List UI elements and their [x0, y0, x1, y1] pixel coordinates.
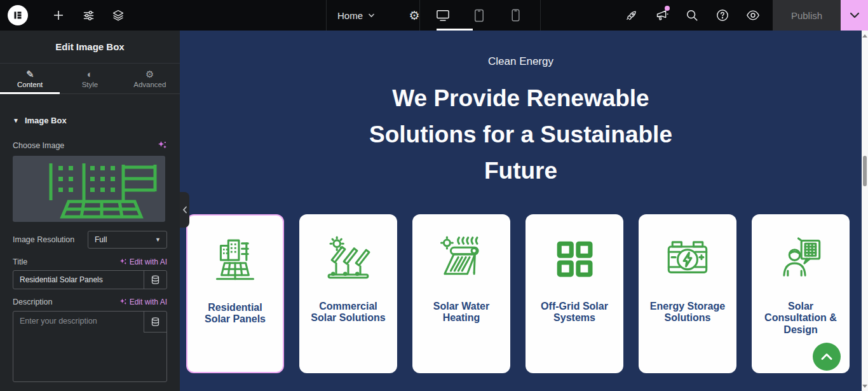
scroll-to-top-button[interactable] — [813, 343, 841, 371]
scrollbar-down-arrow[interactable] — [862, 382, 868, 390]
image-thumbnail-preview[interactable] — [13, 156, 165, 222]
description-label: Description — [13, 298, 53, 306]
dynamic-tags-button[interactable] — [144, 312, 166, 333]
megaphone-icon — [655, 9, 668, 22]
image-resolution-select[interactable]: Full ▼ — [88, 231, 167, 249]
database-icon — [151, 275, 159, 285]
residential-solar-panels-icon — [211, 235, 259, 285]
sliders-icon — [83, 10, 95, 22]
image-resolution-value: Full — [95, 235, 107, 244]
caret-down-icon: ▼ — [13, 117, 19, 124]
image-resolution-label: Image Resolution — [13, 235, 74, 244]
scrollbar-thumb[interactable] — [863, 156, 867, 186]
panel-header: Edit Image Box — [0, 31, 180, 64]
energy-storage-battery-icon — [663, 233, 712, 284]
checklist-button[interactable] — [618, 0, 644, 31]
add-element-button[interactable] — [46, 0, 71, 31]
structure-button[interactable] — [105, 0, 131, 31]
editor-top-bar: Home ⚙ — [0, 0, 868, 31]
scrollbar-up-arrow[interactable] — [862, 32, 868, 39]
ai-sparkles-icon — [119, 298, 127, 306]
tab-content[interactable]: ✎ Content — [0, 64, 60, 93]
card-energy-storage-solutions[interactable]: Energy Storage Solutions — [639, 214, 736, 373]
solar-water-heating-icon — [437, 233, 485, 284]
browser-scrollbar[interactable] — [862, 31, 868, 391]
help-question-icon — [716, 9, 729, 22]
database-icon — [151, 317, 159, 327]
card-off-grid-solar-systems[interactable]: Off-Grid Solar Systems — [526, 214, 623, 373]
contrast-icon: ◐ — [87, 69, 93, 79]
page-switcher-dropdown[interactable]: Home — [337, 10, 375, 21]
notification-dot — [665, 6, 670, 11]
desktop-device-button[interactable] — [430, 0, 456, 31]
elementor-menu-button[interactable] — [5, 0, 31, 31]
publish-options-button[interactable] — [841, 0, 868, 31]
chevron-down-icon — [368, 13, 375, 18]
page-preview-canvas[interactable]: Clean Energy We Provide Renewable Soluti… — [180, 31, 862, 391]
eye-icon — [746, 9, 760, 22]
help-button[interactable] — [710, 0, 735, 31]
edit-description-with-ai-link[interactable]: Edit with AI — [119, 298, 167, 306]
caret-down-icon: ▼ — [155, 237, 161, 243]
publish-button[interactable]: Publish — [773, 0, 841, 31]
chevron-up-icon — [821, 353, 832, 360]
card-commercial-solar-solutions[interactable]: Commercial Solar Solutions — [299, 214, 397, 373]
image-box-section-toggle[interactable]: ▼ Image Box — [13, 116, 167, 125]
panel-collapse-handle[interactable] — [180, 192, 189, 228]
panel-title: Edit Image Box — [55, 41, 124, 52]
title-input[interactable] — [13, 271, 144, 289]
dynamic-tags-button[interactable] — [144, 271, 166, 289]
card-solar-water-heating[interactable]: Solar Water Heating — [412, 214, 510, 373]
finder-search-button[interactable] — [679, 0, 705, 31]
solar-panel-artwork — [13, 156, 165, 222]
panel-tabs: ✎ Content ◐ Style ⚙ Advanced — [0, 64, 180, 94]
ai-sparkles-icon[interactable] — [158, 141, 167, 150]
whats-new-button[interactable] — [649, 0, 674, 31]
mobile-device-button[interactable] — [503, 0, 528, 31]
ai-sparkles-icon — [119, 258, 127, 266]
card-residential-solar-panels[interactable]: Residential Solar Panels — [186, 214, 284, 373]
preview-changes-button[interactable] — [740, 0, 766, 31]
gear-icon: ⚙ — [146, 69, 154, 79]
mobile-phone-icon — [512, 9, 520, 22]
chevron-left-icon — [182, 206, 187, 214]
tablet-icon — [474, 9, 484, 22]
search-icon — [686, 9, 698, 22]
widget-edit-panel: Edit Image Box ✎ Content ◐ Style ⚙ Advan… — [0, 31, 180, 391]
elementor-logo — [8, 5, 28, 25]
services-card-row: Residential Solar Panels — [180, 214, 862, 373]
desktop-monitor-icon — [436, 9, 450, 22]
toolbar-divider — [326, 0, 327, 31]
tablet-device-button[interactable] — [466, 0, 492, 31]
commercial-solar-icon — [324, 233, 372, 284]
toolbar-divider — [540, 0, 541, 31]
gear-icon: ⚙ — [409, 10, 419, 22]
off-grid-squares-icon — [550, 233, 599, 284]
tab-advanced[interactable]: ⚙ Advanced — [120, 64, 180, 93]
layers-icon — [112, 9, 125, 22]
edit-title-with-ai-link[interactable]: Edit with AI — [119, 257, 167, 266]
pencil-icon: ✎ — [26, 69, 34, 79]
tab-style[interactable]: ◐ Style — [60, 64, 119, 93]
rocket-icon — [625, 9, 637, 22]
solar-consultation-icon — [776, 233, 825, 284]
plus-icon — [53, 10, 64, 21]
choose-image-label: Choose Image — [13, 141, 64, 150]
chevron-down-icon — [850, 12, 860, 18]
site-settings-button[interactable] — [76, 0, 101, 31]
current-page-label: Home — [337, 10, 363, 21]
title-label: Title — [13, 257, 27, 266]
hero-eyebrow[interactable]: Clean Energy — [180, 55, 862, 68]
hero-heading[interactable]: We Provide Renewable Solutions for a Sus… — [353, 81, 689, 189]
